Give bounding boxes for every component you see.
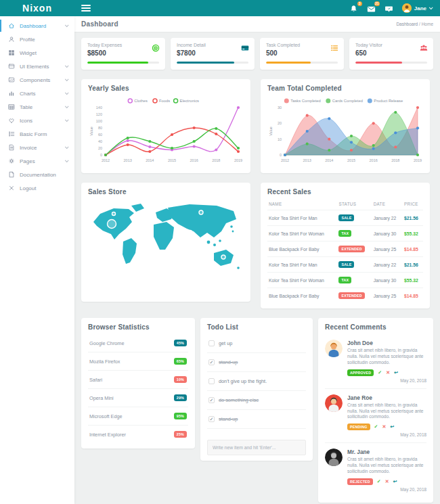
list-item-mozila-firefox: Mozila Firefox 65% (88, 352, 188, 370)
sidebar-item-icons[interactable]: Icons (0, 114, 74, 127)
sidebar: Dashboard Profile Widget UI Elements Com… (0, 16, 74, 504)
svg-text:60: 60 (98, 133, 102, 137)
browser-percent-badge: 25% (174, 431, 187, 438)
home-icon (8, 22, 15, 29)
sidebar-item-label: Pages (20, 158, 35, 164)
app-logo[interactable]: Nixon (0, 3, 74, 14)
task-list-icon (330, 44, 338, 52)
svg-text:2012: 2012 (281, 158, 289, 162)
checked-checkbox[interactable]: ✓ (208, 359, 215, 365)
sale-price: $55.32 (403, 273, 423, 288)
svg-text:0: 0 (100, 153, 102, 157)
table-icon (8, 104, 15, 110)
todo-text: don't give up the fight. (219, 378, 267, 384)
todo-list-title: Todo List (207, 323, 306, 331)
list-item-safari: Safari 10% (88, 370, 188, 388)
reject-x-icon[interactable]: ✕ (386, 370, 390, 375)
user-name: Jane (414, 5, 426, 12)
heart-icon (8, 117, 15, 124)
reply-icon[interactable]: ↩ (394, 370, 398, 375)
approve-check-icon[interactable]: ✓ (377, 479, 381, 484)
sidebar-item-label: Icons (20, 118, 32, 124)
bell-icon[interactable]: 3 (349, 4, 358, 13)
charts-icon (8, 90, 15, 97)
sale-name: Kolor Tea Shirt For Woman (267, 273, 337, 288)
sidebar-item-invoice[interactable]: Invoice (0, 141, 74, 154)
sales-col-date: DATE (372, 199, 403, 210)
chevron-down-icon (65, 118, 69, 122)
sidebar-item-label: UI Elements (20, 64, 49, 70)
list-item-internet-explorer: Internet Explorer 25% (88, 425, 188, 443)
sale-price: $55.32 (403, 226, 423, 242)
sidebar-item-dashboard[interactable]: Dashboard (0, 19, 74, 32)
todo-text: get up (219, 340, 232, 346)
list-item-microsoft-edge: Microsoft Edge 95% (88, 407, 188, 425)
sidebar-item-label: Charts (20, 91, 36, 97)
chat-icon[interactable] (384, 4, 393, 13)
sale-date: January 22 (372, 210, 403, 226)
invoice-icon (8, 144, 15, 151)
stat-value: 650 (355, 49, 427, 57)
svg-text:Foods: Foods (159, 99, 170, 103)
reject-x-icon[interactable]: ✕ (385, 479, 389, 484)
svg-text:30: 30 (278, 106, 282, 110)
browser-percent-badge: 10% (174, 376, 187, 383)
main-area: Dashboard Dashboard / Home Today Expense… (74, 16, 440, 504)
checked-checkbox[interactable]: ✓ (208, 416, 215, 422)
status-badge: SALE (338, 261, 354, 268)
browser-percent-badge: 45% (174, 340, 187, 346)
svg-text:20: 20 (98, 146, 102, 150)
document-icon (8, 171, 15, 178)
approve-check-icon[interactable]: ✓ (374, 424, 378, 430)
sidebar-item-profile[interactable]: Profile (0, 32, 74, 46)
sidebar-item-table[interactable]: Table (0, 100, 74, 114)
logout-icon (8, 185, 15, 191)
mail-icon[interactable]: 21 (367, 4, 376, 13)
reply-icon[interactable]: ↩ (393, 479, 397, 484)
browser-name: Google Chrome (89, 340, 125, 346)
reject-x-icon[interactable]: ✕ (382, 424, 386, 430)
notifications-badge: 3 (357, 1, 362, 6)
comment-author: Mr. Jane (347, 449, 426, 455)
todo-new-item-input[interactable] (207, 440, 306, 455)
reply-icon[interactable]: ↩ (390, 424, 394, 430)
todo-text: stand-up (219, 416, 238, 422)
sidebar-item-documentation[interactable]: Documentation (0, 168, 74, 181)
svg-text:2016: 2016 (370, 158, 378, 162)
unchecked-checkbox[interactable] (208, 340, 215, 346)
comment-status-badge: PENDING (347, 423, 370, 430)
comment-text: Cras sit amet nibh libero, in gravida nu… (347, 348, 426, 366)
sidebar-item-basic-form[interactable]: Basic Form (0, 127, 74, 141)
stat-label: Today Expenses (87, 43, 159, 47)
comment-date: May 20, 2018 (347, 378, 426, 383)
chevron-down-icon (65, 158, 69, 162)
sidebar-item-ui-elements[interactable]: UI Elements (0, 60, 74, 73)
sidebar-item-charts[interactable]: Charts (0, 87, 74, 100)
chevron-down-icon (65, 23, 69, 27)
sidebar-item-pages[interactable]: Pages (0, 154, 74, 168)
svg-text:80: 80 (98, 126, 102, 130)
sidebar-item-logout[interactable]: Logout (0, 181, 74, 195)
browser-percent-badge: 65% (174, 358, 187, 365)
svg-text:Product Release: Product Release (374, 99, 403, 103)
breadcrumb-dashboard[interactable]: Dashboard (396, 22, 418, 26)
browser-name: Internet Explorer (89, 432, 126, 438)
todo-item: get up (207, 334, 306, 353)
avatar (325, 449, 343, 466)
sidebar-item-label: Invoice (20, 145, 37, 151)
sidebar-item-components[interactable]: Components (0, 73, 74, 87)
sale-name: Blue Backpack For Baby (267, 288, 337, 304)
sale-date: January 25 (372, 288, 403, 304)
user-menu[interactable]: Jane (402, 3, 432, 13)
sidebar-item-widget[interactable]: Widget (0, 46, 74, 60)
stat-progress (177, 62, 248, 64)
checked-checkbox[interactable]: ✓ (208, 397, 215, 403)
unchecked-checkbox[interactable] (208, 378, 215, 384)
sale-date: January 25 (372, 242, 403, 257)
todo-list-card: Todo List get up ✓ stand-up don't give u… (200, 318, 313, 461)
sale-date: January 30 (372, 226, 403, 242)
hamburger-menu-icon[interactable] (81, 5, 91, 12)
page-title: Dashboard (81, 20, 118, 28)
sidebar-item-label: Basic Form (20, 131, 47, 137)
approve-check-icon[interactable]: ✓ (378, 370, 382, 375)
